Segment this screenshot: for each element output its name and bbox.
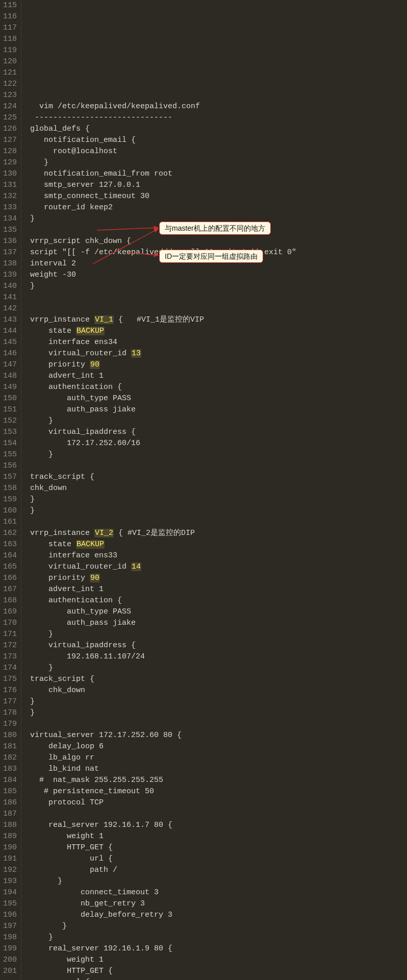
code-line[interactable]: chk_down bbox=[26, 685, 407, 696]
code-line[interactable]: vrrp_instance VI_1 { #VI_1是监控的VIP bbox=[26, 314, 407, 326]
code-line[interactable]: advert_int 1 bbox=[26, 584, 407, 595]
code-line[interactable]: auth_pass jiake bbox=[26, 404, 407, 415]
code-line[interactable]: state BACKUP bbox=[26, 326, 407, 337]
line-number: 141 bbox=[3, 292, 17, 303]
code-line[interactable]: virtual_router_id 14 bbox=[26, 561, 407, 573]
code-line[interactable]: track_script { bbox=[26, 674, 407, 685]
code-line[interactable]: # nat_mask 255.255.255.255 bbox=[26, 775, 407, 786]
code-line[interactable]: delay_before_retry 3 bbox=[26, 910, 407, 921]
code-line[interactable] bbox=[26, 517, 407, 528]
code-line[interactable]: state BACKUP bbox=[26, 539, 407, 550]
code-line[interactable]: global_defs { bbox=[26, 124, 407, 135]
line-number: 150 bbox=[3, 393, 17, 404]
line-number: 166 bbox=[3, 573, 17, 584]
code-line[interactable] bbox=[26, 808, 407, 820]
code-line[interactable]: auth_pass jiake bbox=[26, 618, 407, 629]
code-editor: 1151161171181191201211221231241251261271… bbox=[0, 0, 407, 980]
line-number: 194 bbox=[3, 887, 17, 898]
code-line[interactable]: priority 90 bbox=[26, 573, 407, 584]
line-number: 143 bbox=[3, 314, 17, 326]
code-line[interactable]: vrrp_script chk_down { bbox=[26, 236, 407, 247]
code-line[interactable]: } bbox=[26, 449, 407, 460]
code-line[interactable]: virtual_ipaddress { bbox=[26, 640, 407, 651]
line-number: 177 bbox=[3, 696, 17, 707]
code-line[interactable]: smtp_server 127.0.0.1 bbox=[26, 180, 407, 191]
code-line[interactable]: interface ens34 bbox=[26, 337, 407, 348]
line-number-gutter: 1151161171181191201211221231241251261271… bbox=[0, 0, 21, 980]
line-number: 158 bbox=[3, 483, 17, 494]
line-number: 173 bbox=[3, 651, 17, 663]
code-line[interactable]: } bbox=[26, 932, 407, 943]
line-number: 181 bbox=[3, 741, 17, 752]
line-number: 116 bbox=[3, 11, 17, 22]
code-line[interactable]: nb_get_retry 3 bbox=[26, 898, 407, 910]
line-number: 124 bbox=[3, 101, 17, 112]
code-line[interactable]: } bbox=[26, 415, 407, 427]
code-line[interactable]: authentication { bbox=[26, 595, 407, 606]
code-line[interactable]: real_server 192.16.1.9 80 { bbox=[26, 943, 407, 954]
code-line[interactable]: } bbox=[26, 494, 407, 505]
code-line[interactable]: real_server 192.16.1.7 80 { bbox=[26, 820, 407, 831]
line-number: 163 bbox=[3, 539, 17, 550]
code-line[interactable] bbox=[26, 719, 407, 730]
code-line[interactable]: HTTP_GET { bbox=[26, 966, 407, 977]
code-line[interactable]: url { bbox=[26, 977, 407, 980]
code-line[interactable]: router_id keep2 bbox=[26, 202, 407, 213]
code-line[interactable]: } bbox=[26, 696, 407, 707]
code-line[interactable] bbox=[26, 460, 407, 472]
code-line[interactable]: chk_down bbox=[26, 483, 407, 494]
code-line[interactable]: HTTP_GET { bbox=[26, 842, 407, 853]
code-line[interactable]: 172.17.252.60/16 bbox=[26, 438, 407, 449]
line-number: 144 bbox=[3, 326, 17, 337]
code-line[interactable]: advert_int 1 bbox=[26, 371, 407, 382]
code-line[interactable]: root@localhost bbox=[26, 146, 407, 157]
code-line[interactable]: delay_loop 6 bbox=[26, 741, 407, 752]
code-line[interactable]: } bbox=[26, 157, 407, 168]
code-line[interactable]: virtual_ipaddress { bbox=[26, 427, 407, 438]
code-line[interactable]: auth_type PASS bbox=[26, 606, 407, 618]
line-number: 123 bbox=[3, 90, 17, 101]
code-line[interactable]: } bbox=[26, 629, 407, 640]
code-line[interactable]: vim /etc/keepalived/keepalived.conf bbox=[26, 101, 407, 112]
code-line[interactable]: notification_email { bbox=[26, 135, 407, 146]
code-line[interactable]: } bbox=[26, 921, 407, 932]
code-line[interactable]: weight -30 bbox=[26, 270, 407, 281]
code-area[interactable]: 与master机上的配置不同的地方 ID一定要对应同一组虚拟路由 vim /et… bbox=[21, 0, 407, 980]
code-line[interactable]: weight 1 bbox=[26, 954, 407, 966]
code-line[interactable]: protocol TCP bbox=[26, 797, 407, 808]
code-line[interactable]: } bbox=[26, 663, 407, 674]
code-line[interactable]: lb_kind nat bbox=[26, 764, 407, 775]
code-line[interactable]: weight 1 bbox=[26, 831, 407, 842]
line-number: 121 bbox=[3, 67, 17, 79]
code-line[interactable]: track_script { bbox=[26, 472, 407, 483]
code-line[interactable]: smtp_connect_timeout 30 bbox=[26, 191, 407, 202]
code-line[interactable]: auth_type PASS bbox=[26, 393, 407, 404]
code-line[interactable]: } bbox=[26, 281, 407, 292]
line-number: 126 bbox=[3, 124, 17, 135]
line-number: 185 bbox=[3, 786, 17, 797]
code-line[interactable]: notification_email_from root bbox=[26, 168, 407, 180]
line-number: 175 bbox=[3, 674, 17, 685]
code-line[interactable]: ------------------------------ bbox=[26, 112, 407, 124]
code-line[interactable]: virtual_router_id 13 bbox=[26, 348, 407, 359]
line-number: 199 bbox=[3, 943, 17, 954]
code-line[interactable]: # persistence_timeout 50 bbox=[26, 786, 407, 797]
line-number: 164 bbox=[3, 550, 17, 561]
code-line[interactable]: connect_timeout 3 bbox=[26, 887, 407, 898]
code-line[interactable]: interface ens33 bbox=[26, 550, 407, 561]
code-line[interactable] bbox=[26, 303, 407, 314]
code-line[interactable]: } bbox=[26, 876, 407, 887]
code-line[interactable]: } bbox=[26, 505, 407, 517]
code-line[interactable]: lb_algo rr bbox=[26, 752, 407, 764]
code-line[interactable]: 192.168.11.107/24 bbox=[26, 651, 407, 663]
line-number: 165 bbox=[3, 561, 17, 573]
code-line[interactable]: virtual_server 172.17.252.60 80 { bbox=[26, 730, 407, 741]
code-line[interactable]: } bbox=[26, 707, 407, 719]
code-line[interactable]: priority 90 bbox=[26, 359, 407, 371]
code-line[interactable]: vrrp_instance VI_2 { #VI_2是监控的DIP bbox=[26, 528, 407, 539]
code-line[interactable]: authentication { bbox=[26, 382, 407, 393]
callout-backup-different: 与master机上的配置不同的地方 bbox=[159, 222, 271, 235]
code-line[interactable] bbox=[26, 292, 407, 303]
code-line[interactable]: url { bbox=[26, 853, 407, 865]
code-line[interactable]: path / bbox=[26, 865, 407, 876]
